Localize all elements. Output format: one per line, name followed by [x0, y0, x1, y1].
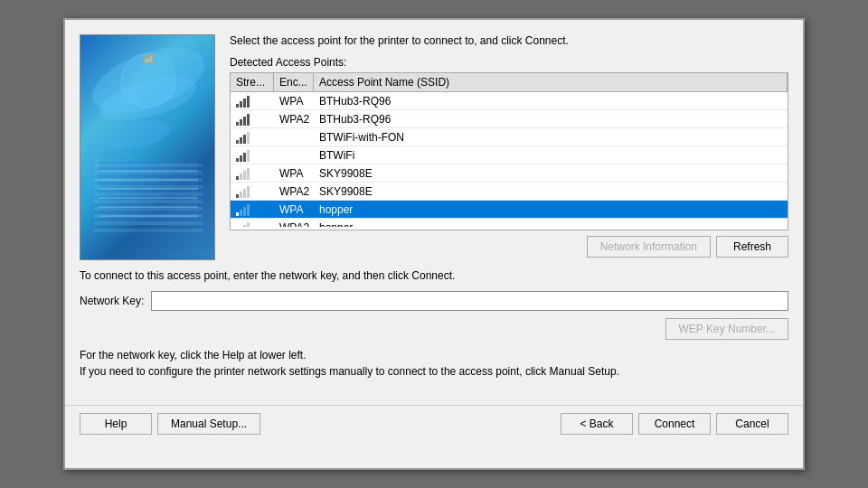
cell-enc: WPA2 [274, 220, 314, 228]
svg-rect-2 [99, 162, 198, 225]
svg-point-9 [121, 53, 175, 108]
wifi-strength-icon [236, 149, 250, 162]
wifi-strength-icon [236, 203, 250, 216]
help-text: For the network key, click the Help at l… [80, 347, 788, 380]
printer-image: 📶 [80, 34, 215, 260]
wifi-strength-icon [236, 167, 250, 180]
table-body[interactable]: WPA BTHub3-RQ96 WPA2 BTHub3-RQ96 [231, 92, 788, 227]
cell-ssid: BTWiFi-with-FON [314, 129, 788, 145]
wifi-strength-icon [236, 95, 250, 108]
refresh-button[interactable]: Refresh [716, 236, 788, 258]
cell-strength [231, 183, 274, 200]
table-row[interactable]: BTWiFi [231, 146, 788, 164]
access-points-table: Stre... Enc... Access Point Name (SSID) [230, 72, 788, 230]
cell-strength [231, 202, 274, 218]
cell-enc: WPA2 [274, 111, 314, 127]
table-row[interactable]: WPA SKY9908E [231, 164, 788, 183]
cell-strength [231, 111, 274, 127]
wep-row: WEP Key Number... [80, 318, 788, 340]
cell-strength [231, 129, 274, 145]
col-encryption: Enc... [274, 73, 314, 91]
col-ssid: Access Point Name (SSID) [314, 73, 788, 91]
connect-section: To connect to this access point, enter t… [80, 269, 788, 398]
connect-instruction: To connect to this access point, enter t… [80, 269, 788, 282]
help-button[interactable]: Help [80, 413, 152, 435]
detected-label: Detected Access Points: [230, 56, 788, 69]
back-button[interactable]: < Back [561, 413, 633, 435]
col-strength: Stre... [231, 73, 274, 91]
cell-ssid: BTHub3-RQ96 [314, 93, 788, 109]
cell-enc [274, 154, 314, 157]
wifi-setup-dialog: 📶 Select the access point for the printe… [63, 18, 805, 470]
table-row-selected[interactable]: WPA hopper [231, 201, 788, 219]
cell-strength [231, 147, 274, 164]
table-row[interactable]: BTWiFi-with-FON [231, 128, 788, 146]
cell-ssid: hopper [314, 220, 788, 228]
network-info-button[interactable]: Network Information [587, 236, 711, 258]
svg-text:📶: 📶 [143, 53, 155, 65]
table-header: Stre... Enc... Access Point Name (SSID) [231, 73, 788, 92]
cell-enc: WPA [274, 165, 314, 182]
cell-strength [231, 220, 274, 228]
wifi-strength-icon [236, 131, 250, 144]
cell-ssid: BTWiFi [314, 147, 788, 164]
manual-setup-button[interactable]: Manual Setup... [157, 413, 260, 435]
wifi-strength-icon [236, 113, 250, 126]
svg-point-0 [96, 68, 202, 128]
table-row[interactable]: WPA2 hopper [231, 219, 788, 227]
network-key-row: Network Key: [80, 291, 788, 311]
table-buttons: Network Information Refresh [230, 236, 788, 258]
table-row[interactable]: WPA BTHub3-RQ96 [231, 92, 788, 110]
cell-ssid: SKY9908E [314, 165, 788, 182]
cell-ssid: BTHub3-RQ96 [314, 111, 788, 127]
table-row[interactable]: WPA2 SKY9908E [231, 183, 788, 201]
right-panel: Select the access point for the printer … [230, 34, 788, 260]
cell-ssid: hopper [314, 202, 788, 218]
network-key-input[interactable] [151, 291, 788, 311]
cell-enc: WPA2 [274, 183, 314, 200]
network-key-label: Network Key: [80, 295, 144, 307]
cell-strength [231, 165, 274, 182]
cell-enc: WPA [274, 93, 314, 109]
wifi-strength-icon [236, 221, 250, 228]
cell-enc: WPA [274, 202, 314, 218]
cell-ssid: SKY9908E [314, 183, 788, 200]
cell-enc [274, 136, 314, 139]
bottom-buttons: Help Manual Setup... < Back Connect Canc… [65, 405, 803, 446]
connect-button[interactable]: Connect [638, 413, 711, 435]
cell-strength [231, 93, 274, 109]
svg-point-1 [97, 115, 173, 154]
cancel-button[interactable]: Cancel [716, 413, 788, 435]
table-row[interactable]: WPA2 BTHub3-RQ96 [231, 110, 788, 128]
printer-illustration: 📶 [80, 35, 215, 260]
wifi-strength-icon [236, 185, 250, 198]
wep-key-button[interactable]: WEP Key Number... [665, 318, 788, 340]
instruction-text: Select the access point for the printer … [230, 34, 788, 47]
